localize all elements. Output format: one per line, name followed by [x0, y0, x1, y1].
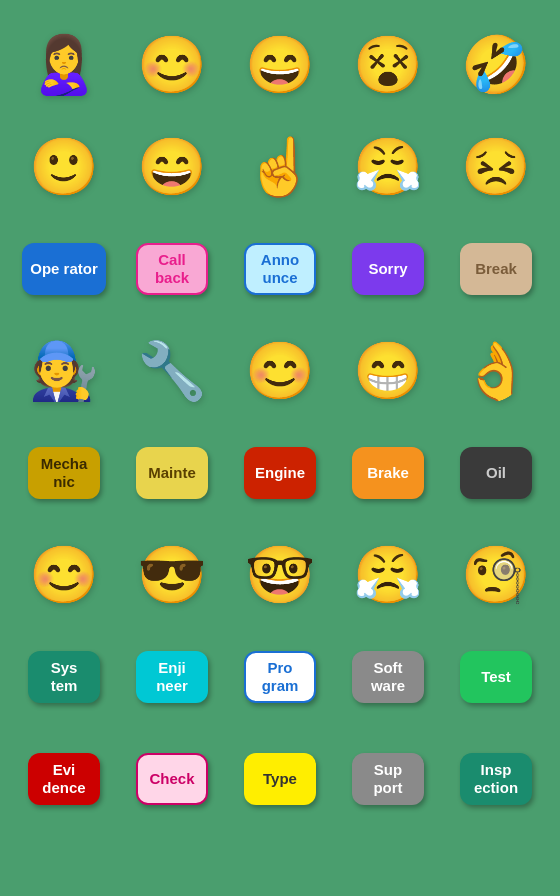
sticker-female-1[interactable]: 🙎‍♀️	[14, 20, 114, 110]
badge-cell-oil[interactable]: Oil	[446, 428, 546, 518]
sticker-male-2[interactable]: 😄	[122, 122, 222, 212]
badge-announce[interactable]: Announce	[244, 243, 316, 295]
female-face-5-icon: 🤣	[461, 37, 531, 93]
sticker-male-3[interactable]: ☝️	[230, 122, 330, 212]
badge-cell-mainte[interactable]: Mainte	[122, 428, 222, 518]
sticker-eng-1[interactable]: 😊	[14, 530, 114, 620]
badge-sorry[interactable]: Sorry	[352, 243, 424, 295]
eng-face-4-icon: 😤	[353, 547, 423, 603]
badge-engineer-text: Enjineer	[156, 659, 188, 695]
badge-support-text: Support	[373, 761, 402, 797]
badge-cell-evidence[interactable]: Evidence	[14, 734, 114, 824]
badge-type[interactable]: Type	[244, 753, 316, 805]
badge-engine[interactable]: Engine	[244, 447, 316, 499]
badge-cell-software[interactable]: Software	[338, 632, 438, 722]
badge-sorry-text: Sorry	[368, 260, 407, 278]
badge-engineer[interactable]: Enjineer	[136, 651, 208, 703]
sticker-mech-2[interactable]: 🔧	[122, 326, 222, 416]
badge-evidence[interactable]: Evidence	[28, 753, 100, 805]
sticker-male-4[interactable]: 😤	[338, 122, 438, 212]
badge-cell-sorry[interactable]: Sorry	[338, 224, 438, 314]
badge-software[interactable]: Software	[352, 651, 424, 703]
sticker-female-5[interactable]: 🤣	[446, 20, 546, 110]
badge-software-text: Software	[371, 659, 405, 695]
badge-cell-break[interactable]: Break	[446, 224, 546, 314]
badge-cell-test[interactable]: Test	[446, 632, 546, 722]
male-face-2-icon: 😄	[137, 139, 207, 195]
sticker-female-2[interactable]: 😊	[122, 20, 222, 110]
badge-cell-mechanic[interactable]: Mechanic	[14, 428, 114, 518]
badge-cell-announce[interactable]: Announce	[230, 224, 330, 314]
male-face-4-icon: 😤	[353, 139, 423, 195]
badge-oil[interactable]: Oil	[460, 447, 532, 499]
sticker-male-1[interactable]: 🙂	[14, 122, 114, 212]
badge-mainte[interactable]: Mainte	[136, 447, 208, 499]
female-face-2-icon: 😊	[137, 37, 207, 93]
badge-brake[interactable]: Brake	[352, 447, 424, 499]
mech-face-2-icon: 🔧	[137, 343, 207, 399]
badge-test-text: Test	[481, 668, 511, 686]
badge-cell-program[interactable]: Program	[230, 632, 330, 722]
mech-face-3-icon: 😊	[245, 343, 315, 399]
mech-face-4-icon: 😁	[353, 343, 423, 399]
male-face-1-icon: 🙂	[29, 139, 99, 195]
badge-program-text: Program	[262, 659, 299, 695]
male-face-5-icon: 😣	[461, 139, 531, 195]
badge-program[interactable]: Program	[244, 651, 316, 703]
badge-cell-support[interactable]: Support	[338, 734, 438, 824]
badge-cell-operator[interactable]: Ope rator	[14, 224, 114, 314]
sticker-female-4[interactable]: 😵	[338, 20, 438, 110]
badge-callback[interactable]: Callback	[136, 243, 208, 295]
badge-cell-brake[interactable]: Brake	[338, 428, 438, 518]
sticker-mech-5[interactable]: 👌	[446, 326, 546, 416]
badge-inspection-text: Inspection	[474, 761, 518, 797]
sticker-mech-3[interactable]: 😊	[230, 326, 330, 416]
eng-face-1-icon: 😊	[29, 547, 99, 603]
badge-support[interactable]: Support	[352, 753, 424, 805]
badge-mechanic[interactable]: Mechanic	[28, 447, 100, 499]
badge-operator[interactable]: Ope rator	[22, 243, 106, 295]
badge-oil-text: Oil	[486, 464, 506, 482]
female-face-1-icon: 🙎‍♀️	[29, 37, 99, 93]
mech-face-5-icon: 👌	[461, 343, 531, 399]
badge-announce-text: Announce	[261, 251, 299, 287]
sticker-male-5[interactable]: 😣	[446, 122, 546, 212]
badge-callback-text: Callback	[155, 251, 189, 287]
mech-face-1-icon: 🧑‍🔧	[29, 343, 99, 399]
badge-cell-type[interactable]: Type	[230, 734, 330, 824]
badge-cell-callback[interactable]: Callback	[122, 224, 222, 314]
badge-break-text: Break	[475, 260, 517, 278]
badge-engine-text: Engine	[255, 464, 305, 482]
badge-break[interactable]: Break	[460, 243, 532, 295]
badge-cell-engineer[interactable]: Enjineer	[122, 632, 222, 722]
sticker-eng-5[interactable]: 🧐	[446, 530, 546, 620]
badge-cell-engine[interactable]: Engine	[230, 428, 330, 518]
badge-type-text: Type	[263, 770, 297, 788]
badge-test[interactable]: Test	[460, 651, 532, 703]
eng-face-2-icon: 😎	[137, 547, 207, 603]
sticker-eng-2[interactable]: 😎	[122, 530, 222, 620]
sticker-eng-4[interactable]: 😤	[338, 530, 438, 620]
badge-check-text: Check	[149, 770, 194, 788]
sticker-female-3[interactable]: 😄	[230, 20, 330, 110]
badge-system[interactable]: System	[28, 651, 100, 703]
sticker-eng-3[interactable]: 🤓	[230, 530, 330, 620]
badge-mainte-text: Mainte	[148, 464, 196, 482]
sticker-mech-4[interactable]: 😁	[338, 326, 438, 416]
badge-cell-system[interactable]: System	[14, 632, 114, 722]
badge-evidence-text: Evidence	[42, 761, 85, 797]
badge-system-text: System	[51, 659, 78, 695]
badge-operator-text: Ope rator	[30, 260, 98, 278]
badge-inspection[interactable]: Inspection	[460, 753, 532, 805]
eng-face-3-icon: 🤓	[245, 547, 315, 603]
female-face-3-icon: 😄	[245, 37, 315, 93]
sticker-mech-1[interactable]: 🧑‍🔧	[14, 326, 114, 416]
badge-check[interactable]: Check	[136, 753, 208, 805]
badge-brake-text: Brake	[367, 464, 409, 482]
eng-face-5-icon: 🧐	[461, 547, 531, 603]
badge-mechanic-text: Mechanic	[41, 455, 88, 491]
badge-cell-check[interactable]: Check	[122, 734, 222, 824]
female-face-4-icon: 😵	[353, 37, 423, 93]
emoji-sticker-grid: 🙎‍♀️ 😊 😄 😵 🤣 🙂 😄 ☝️ 😤 😣 Ope rator Callba…	[14, 20, 546, 824]
badge-cell-inspection[interactable]: Inspection	[446, 734, 546, 824]
